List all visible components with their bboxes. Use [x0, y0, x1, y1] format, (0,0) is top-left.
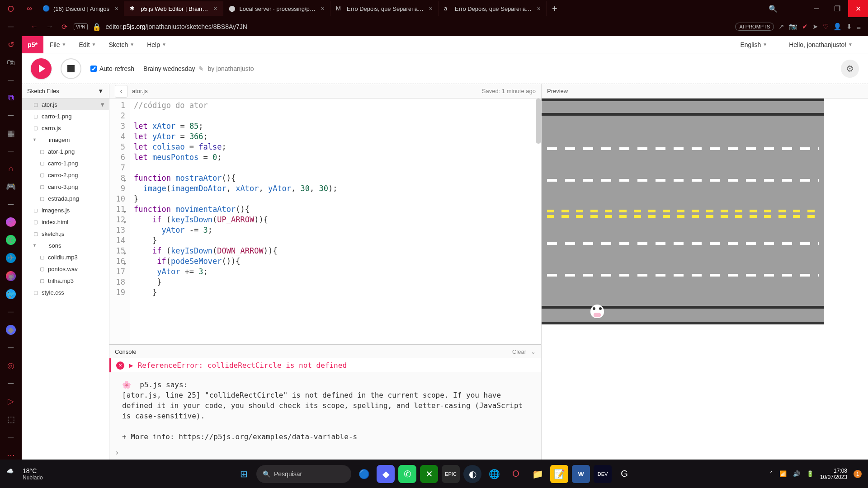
easy-setup-icon[interactable]: ≡	[857, 23, 861, 31]
copilot-icon[interactable]: 🔵	[355, 465, 373, 483]
menu-sketch[interactable]: Sketch▼	[103, 41, 141, 48]
telegram-icon[interactable]: ✈	[6, 253, 16, 263]
browser-tab[interactable]: 🔵(16) Discord | Amigos×	[37, 1, 124, 16]
file-item[interactable]: ▢sketch.js	[22, 228, 109, 239]
file-item[interactable]: ▢style.css	[22, 286, 109, 298]
start-button[interactable]: ⊞	[235, 465, 253, 483]
notes-icon[interactable]: 📝	[550, 465, 568, 483]
discord-taskbar-icon[interactable]: ◆	[377, 465, 395, 483]
file-item[interactable]: ▢imagens.js	[22, 204, 109, 216]
file-item[interactable]: ▢carro-1.png	[22, 110, 109, 122]
ai-prompts-button[interactable]: AI PROMPTS	[735, 23, 774, 31]
battery-icon[interactable]: 🔋	[807, 470, 814, 477]
play-icon[interactable]: ▷	[6, 396, 16, 406]
clock[interactable]: 17:08 10/07/2023	[820, 468, 847, 480]
download-icon[interactable]: ⬇	[846, 23, 852, 31]
heart-icon[interactable]: ♡	[823, 23, 829, 31]
sketch-name[interactable]: Brainy wednesday	[143, 65, 195, 72]
close-tab-icon[interactable]: ×	[537, 5, 541, 12]
epic-icon[interactable]: EPIC	[442, 465, 460, 483]
volume-icon[interactable]: 🔊	[793, 470, 800, 477]
reload-button[interactable]: ⟳	[60, 21, 69, 33]
shop-icon[interactable]: 🛍	[6, 58, 16, 67]
file-item[interactable]: ▢ator.js▼	[22, 99, 109, 110]
instagram-icon[interactable]: ◉	[6, 271, 16, 281]
whatsapp-icon[interactable]: ✆	[6, 235, 16, 245]
file-item[interactable]: ▢ator-1.png	[22, 145, 109, 157]
user-greeting[interactable]: Hello, jonathanjusto!▼	[783, 41, 859, 48]
dev-icon[interactable]: DEV	[594, 465, 612, 483]
stop-button[interactable]	[61, 58, 81, 79]
file-item[interactable]: ▢carro.js	[22, 122, 109, 134]
send-icon[interactable]: ➤	[812, 23, 818, 31]
auto-refresh-toggle[interactable]: Auto-refresh	[90, 65, 134, 72]
lighter-icon[interactable]: ▦	[6, 128, 16, 138]
maximize-button[interactable]: ❐	[827, 0, 847, 17]
tray-expand-icon[interactable]: ˄	[770, 470, 773, 477]
record-icon[interactable]: ◎	[6, 361, 16, 371]
console-prompt[interactable]: ›	[109, 446, 541, 460]
settings-button[interactable]: ⚙	[841, 60, 859, 78]
wifi-icon[interactable]: 📶	[779, 470, 787, 477]
menu-file[interactable]: File▼	[43, 41, 72, 48]
screenshot-icon[interactable]: 📷	[789, 23, 797, 31]
extension-icon[interactable]: ↗	[778, 23, 784, 31]
gaming-icon[interactable]: 🎮	[6, 182, 16, 192]
menu-edit[interactable]: Edit▼	[72, 41, 102, 48]
console-clear-button[interactable]: Clear	[512, 348, 526, 355]
collapse-files-button[interactable]: ‹	[115, 85, 127, 98]
word-icon[interactable]: W	[572, 465, 590, 483]
vpn-badge[interactable]: VPN	[74, 23, 88, 30]
tab-search-icon[interactable]: 🔍	[769, 5, 778, 13]
file-item[interactable]: ▢colidiu.mp3	[22, 251, 109, 263]
browser-tab[interactable]: aErro Depois, que Separei a…×	[439, 1, 547, 16]
notification-badge[interactable]: 1	[854, 470, 862, 478]
close-window-button[interactable]: ✕	[848, 0, 868, 17]
browser-tab[interactable]: ⬤Local server · processing/p…×	[223, 1, 331, 16]
lock-icon[interactable]: 🔒	[92, 23, 101, 31]
new-tab-button[interactable]: +	[547, 4, 563, 14]
messenger-icon[interactable]: ~	[6, 217, 16, 227]
opera-menu-icon[interactable]: O	[6, 5, 16, 14]
rewind-icon[interactable]: ↺	[6, 40, 16, 50]
error-expand-icon[interactable]: ▶	[129, 360, 133, 371]
edge-icon[interactable]: 🌐	[485, 465, 503, 483]
discord-icon[interactable]: ◆	[6, 325, 16, 335]
menu-help[interactable]: Help▼	[141, 41, 173, 48]
play-button[interactable]	[31, 58, 52, 79]
browser-tab[interactable]: MErro Depois, que Separei a…×	[330, 1, 439, 16]
p5-logo[interactable]: p5*	[22, 36, 43, 53]
auto-refresh-checkbox[interactable]	[90, 66, 97, 72]
console-error-row[interactable]: ✕ ▶ ReferenceError: collideRectCircle is…	[109, 358, 541, 372]
close-tab-icon[interactable]: ×	[213, 5, 217, 12]
folder-item[interactable]: ▼imagem	[22, 134, 109, 145]
shield-icon[interactable]: ✔	[802, 23, 808, 31]
console-collapse-icon[interactable]: ⌄	[531, 348, 536, 355]
explorer-icon[interactable]: 📁	[528, 465, 547, 483]
opera-gx-icon[interactable]: ∞	[22, 1, 37, 16]
file-item[interactable]: ▢carro-3.png	[22, 181, 109, 192]
files-menu-icon[interactable]: ▼	[98, 88, 104, 94]
close-tab-icon[interactable]: ×	[429, 5, 433, 12]
xbox-icon[interactable]: ✕	[420, 465, 438, 483]
more-icon[interactable]: ⋯	[6, 450, 16, 460]
folder-item[interactable]: ▼sons	[22, 239, 109, 251]
browser-tab[interactable]: ✱p5.js Web Editor | Brain…×	[124, 1, 223, 16]
logitech-icon[interactable]: G	[615, 465, 633, 483]
steam-icon[interactable]: ◐	[463, 465, 481, 483]
back-button[interactable]: ←	[29, 21, 40, 33]
twitch-icon[interactable]: ⧉	[6, 93, 16, 103]
taskbar-search[interactable]: 🔍 Pesquisar	[256, 465, 351, 483]
file-item[interactable]: ▢estrada.png	[22, 192, 109, 204]
url-display[interactable]: editor.p5js.org/jonathanjusto/sketches/8…	[106, 23, 731, 30]
editor-scrollbar[interactable]	[536, 99, 541, 144]
close-tab-icon[interactable]: ×	[321, 5, 325, 12]
code-editor[interactable]: 12345678▼91011▼12▼131415▼16▼171819 //cód…	[109, 99, 541, 344]
opera-taskbar-icon[interactable]: O	[507, 465, 525, 483]
file-item[interactable]: ▢pontos.wav	[22, 263, 109, 275]
file-menu-icon[interactable]: ▼	[99, 101, 105, 108]
file-item[interactable]: ▢index.html	[22, 216, 109, 228]
close-tab-icon[interactable]: ×	[115, 5, 118, 12]
preview-canvas[interactable]	[542, 99, 868, 460]
forward-button[interactable]: →	[44, 21, 55, 33]
